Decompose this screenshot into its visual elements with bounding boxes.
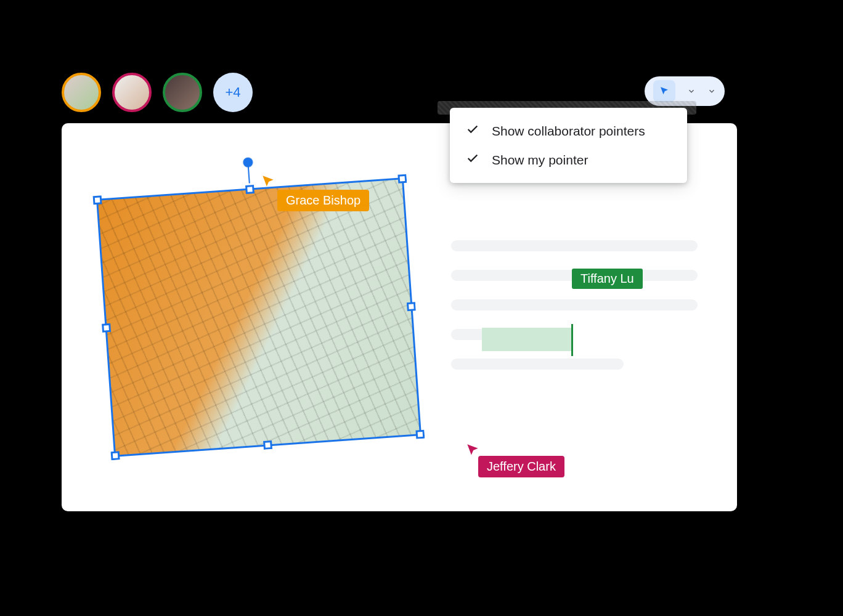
resize-handle-ml[interactable] — [102, 323, 111, 333]
collaborator-cursor-grace — [260, 174, 276, 190]
text-line — [451, 329, 525, 340]
resize-handle-bm[interactable] — [263, 440, 272, 450]
collaborator-cursor-jeffery — [465, 442, 481, 458]
avatar-more-count[interactable]: +4 — [213, 73, 253, 112]
resize-handle-br[interactable] — [415, 430, 425, 439]
pointer-tool-button[interactable] — [653, 80, 675, 102]
avatar-2[interactable] — [112, 73, 152, 112]
text-line — [451, 359, 624, 370]
collaborator-avatars: +4 — [62, 73, 253, 112]
avatar-3[interactable] — [163, 73, 202, 112]
menu-item-label: Show my pointer — [492, 153, 588, 168]
pointer-options-dropdown: Show collaborator pointers Show my point… — [450, 108, 687, 183]
resize-handle-bl[interactable] — [111, 451, 120, 460]
avatar-1[interactable] — [62, 73, 101, 112]
collaborator-label-grace: Grace Bishop — [277, 190, 369, 211]
selected-image[interactable] — [96, 177, 422, 457]
menu-show-collaborator-pointers[interactable]: Show collaborator pointers — [450, 116, 687, 145]
check-icon — [466, 123, 479, 139]
text-line — [451, 240, 698, 251]
text-line: Tiffany Lu — [451, 299, 698, 310]
text-selection-highlight — [482, 328, 571, 351]
resize-handle-mr[interactable] — [407, 302, 416, 311]
text-block-placeholder: Tiffany Lu — [451, 240, 698, 388]
image-content[interactable] — [96, 177, 422, 457]
resize-handle-tr[interactable] — [397, 174, 407, 184]
resize-handle-tl[interactable] — [93, 195, 102, 205]
chevron-down-icon[interactable] — [707, 87, 716, 95]
collaborator-label-tiffany: Tiffany Lu — [572, 269, 643, 289]
resize-handle-tm[interactable] — [245, 185, 255, 194]
menu-show-my-pointer[interactable]: Show my pointer — [450, 145, 687, 174]
caret-down-icon[interactable] — [687, 87, 696, 95]
collaborator-label-jeffery: Jeffery Clark — [478, 456, 564, 477]
collaborator-text-cursor-tiffany — [571, 324, 573, 356]
rotation-handle-line — [248, 165, 250, 184]
rotation-handle[interactable] — [243, 157, 253, 168]
check-icon — [466, 152, 479, 168]
menu-item-label: Show collaborator pointers — [492, 124, 645, 139]
